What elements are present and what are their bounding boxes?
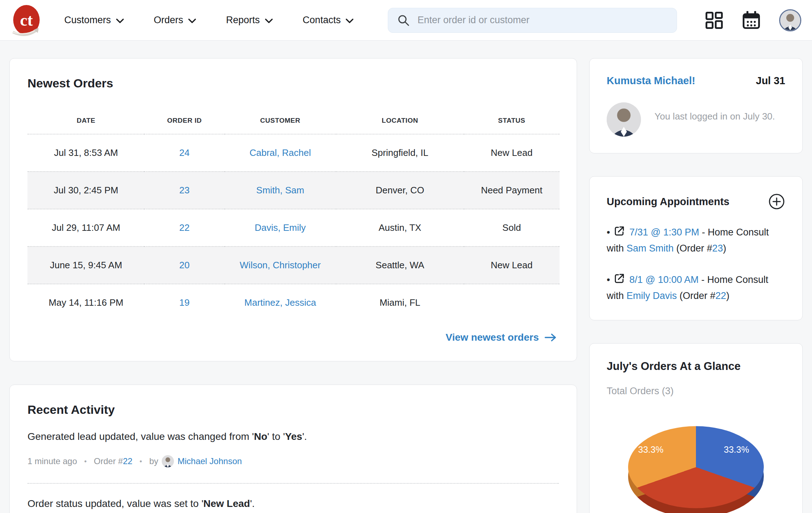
svg-text:ct: ct xyxy=(20,11,33,29)
chevron-down-icon xyxy=(116,19,124,24)
customer-cell: Davis, Emily xyxy=(224,209,336,247)
orders-pie-chart: 33.3% 33.3% xyxy=(628,410,764,513)
order-date-cell: Jul 31, 8:53 AM xyxy=(27,134,145,172)
order-date-cell: Jul 29, 11:07 AM xyxy=(27,209,145,247)
location-cell: Miami, FL xyxy=(336,284,464,321)
order-id-cell: 23 xyxy=(145,172,225,209)
external-link-icon xyxy=(613,274,629,285)
last-login-note: You last logged in on July 30. xyxy=(655,111,775,122)
order-id-link[interactable]: 19 xyxy=(179,297,190,308)
newest-orders-table: DATE ORDER ID CUSTOMER LOCATION STATUS J… xyxy=(27,110,560,321)
order-prefix: (Order # xyxy=(677,290,716,301)
nav-orders[interactable]: Orders xyxy=(154,15,196,26)
order-id-link[interactable]: 24 xyxy=(179,147,190,158)
add-appointment-button[interactable] xyxy=(768,193,785,210)
customer-cell: Cabral, Rachel xyxy=(224,134,336,172)
nav-customers[interactable]: Customers xyxy=(64,15,124,26)
main-column: Newest Orders DATE ORDER ID CUSTOMER LOC… xyxy=(9,58,577,513)
chevron-down-icon xyxy=(265,19,273,24)
pie-slices xyxy=(628,426,764,508)
order-date-cell: June 15, 9:45 AM xyxy=(27,247,145,284)
view-newest-orders-link[interactable]: View newest orders xyxy=(446,332,557,343)
pie-label-orange: 33.3% xyxy=(638,445,663,455)
order-id-cell: 19 xyxy=(145,284,225,321)
nav-reports[interactable]: Reports xyxy=(226,15,273,26)
order-id-link[interactable]: 22 xyxy=(123,456,132,466)
appointment-order-link[interactable]: 23 xyxy=(712,243,723,254)
appointments-title: Upcoming Appointments xyxy=(607,196,730,208)
by-label: by xyxy=(149,456,158,466)
location-cell: Austin, TX xyxy=(336,209,464,247)
status-cell xyxy=(464,284,560,321)
table-row: May 14, 11:16 PM19Martinez, JessicaMiami… xyxy=(27,284,560,321)
search-input[interactable] xyxy=(417,15,667,26)
avatar-image xyxy=(780,10,800,30)
header-actions xyxy=(705,9,801,31)
newest-orders-title: Newest Orders xyxy=(27,76,559,90)
chevron-down-icon xyxy=(188,19,196,24)
arrow-right-icon xyxy=(545,333,557,342)
bullet-point: • xyxy=(607,274,610,285)
col-header-status: STATUS xyxy=(464,110,560,134)
order-id-link[interactable]: 20 xyxy=(179,260,190,270)
appointment-customer-link[interactable]: Sam Smith xyxy=(627,243,674,254)
table-row: June 15, 9:45 AM20Wilson, ChristopherSea… xyxy=(27,247,560,284)
suffix-text: ) xyxy=(723,243,726,254)
external-link-icon xyxy=(613,227,629,238)
orders-glance-title: July's Orders At a Glance xyxy=(607,360,785,373)
customer-link[interactable]: Martinez, Jessica xyxy=(244,297,316,308)
newest-orders-card: Newest Orders DATE ORDER ID CUSTOMER LOC… xyxy=(9,58,577,361)
order-id-cell: 24 xyxy=(145,134,225,172)
appointment-customer-link[interactable]: Emily Davis xyxy=(627,290,677,301)
avatar xyxy=(162,455,174,467)
user-link[interactable]: Michael Johnson xyxy=(177,456,242,466)
company-logo[interactable]: ct xyxy=(11,4,41,39)
appointment-time-link[interactable]: 8/1 @ 10:00 AM xyxy=(629,274,698,285)
activity-message: Generated lead updated, value was change… xyxy=(27,431,559,442)
dashboard-content: Newest Orders DATE ORDER ID CUSTOMER LOC… xyxy=(0,41,812,513)
dashboard-icon[interactable] xyxy=(705,11,723,30)
appointment-time-link[interactable]: 7/31 @ 1:30 PM xyxy=(629,227,699,238)
customer-cell: Martinez, Jessica xyxy=(224,284,336,321)
dot-separator: • xyxy=(83,457,88,466)
activity-item: Generated lead updated, value was change… xyxy=(27,417,559,483)
table-row: Jul 31, 8:53 AM24Cabral, RachelSpringfie… xyxy=(27,134,560,172)
customer-link[interactable]: Smith, Sam xyxy=(256,185,304,195)
appointments-list: •7/31 @ 1:30 PM - Home Consult with Sam … xyxy=(607,224,785,304)
table-row: Jul 30, 2:45 PM23Smith, SamDenver, CONee… xyxy=(27,172,560,209)
customer-link[interactable]: Cabral, Rachel xyxy=(250,147,311,158)
customer-cell: Smith, Sam xyxy=(224,172,336,209)
activity-list: Generated lead updated, value was change… xyxy=(27,417,559,513)
order-id-link[interactable]: 23 xyxy=(179,185,190,195)
activity-user: byMichael Johnson xyxy=(149,455,242,467)
chevron-down-icon xyxy=(346,19,354,24)
nav-contacts[interactable]: Contacts xyxy=(303,15,354,26)
calendar-icon[interactable] xyxy=(742,11,761,30)
greeting-avatar xyxy=(607,102,641,137)
status-cell: New Lead xyxy=(464,247,560,284)
location-cell: Seattle, WA xyxy=(336,247,464,284)
nav-contacts-label: Contacts xyxy=(303,15,341,26)
main-nav: Customers Orders Reports Contacts xyxy=(64,15,354,26)
view-newest-orders-label: View newest orders xyxy=(446,332,539,343)
global-search[interactable] xyxy=(388,8,677,33)
dash-text: - xyxy=(699,227,708,238)
customer-link[interactable]: Davis, Emily xyxy=(255,222,306,233)
activity-time: 1 minute ago xyxy=(27,456,77,466)
col-header-customer: CUSTOMER xyxy=(224,110,336,134)
orders-glance-card: July's Orders At a Glance Total Orders (… xyxy=(589,343,803,513)
dot-separator: • xyxy=(138,457,144,466)
order-date-cell: May 14, 11:16 PM xyxy=(27,284,145,321)
upcoming-appointments-card: Upcoming Appointments •7/31 @ 1:30 PM - … xyxy=(589,176,803,320)
customer-link[interactable]: Wilson, Christopher xyxy=(240,260,321,270)
activity-message: Order status updated, value was set to '… xyxy=(27,498,559,509)
order-id-link[interactable]: 22 xyxy=(179,222,190,233)
greeting-title: Kumusta Michael! xyxy=(607,75,695,87)
nav-orders-label: Orders xyxy=(154,15,184,26)
user-avatar[interactable] xyxy=(779,9,801,31)
activity-order-ref: Order #22 xyxy=(94,456,132,466)
appointment-order-link[interactable]: 22 xyxy=(716,290,726,301)
nav-reports-label: Reports xyxy=(226,15,260,26)
table-row: Jul 29, 11:07 AM22Davis, EmilyAustin, TX… xyxy=(27,209,560,247)
sidebar-column: Kumusta Michael! Jul 31 You last logged … xyxy=(589,58,803,513)
